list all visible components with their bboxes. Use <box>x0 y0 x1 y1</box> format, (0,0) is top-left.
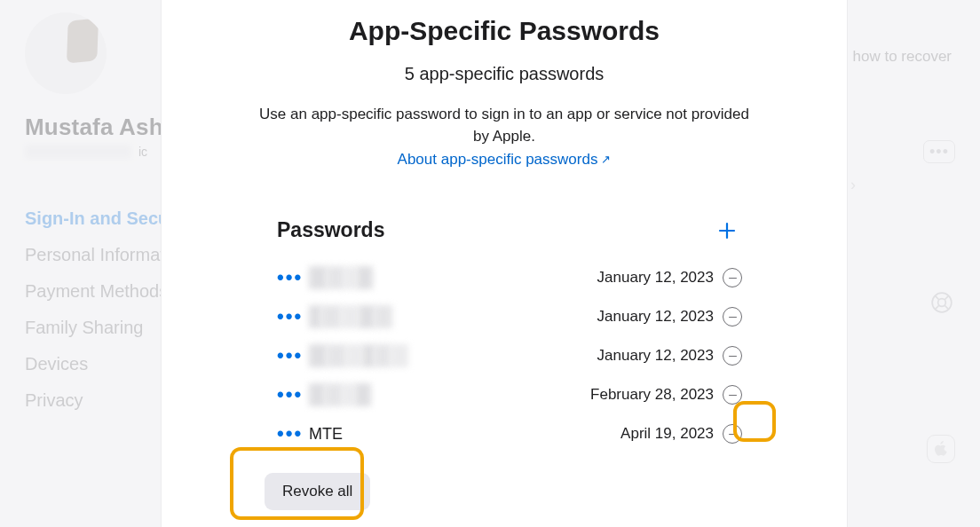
about-link-label: About app-specific passwords <box>398 151 598 168</box>
password-date: January 12, 2023 <box>597 269 714 287</box>
redacted-password-label <box>309 305 392 328</box>
redacted-password-label <box>309 383 371 406</box>
revoke-all-button[interactable]: Revoke all <box>265 473 370 510</box>
add-password-button[interactable] <box>717 221 737 240</box>
password-list: •••January 12, 2023•••January 12, 2023••… <box>195 258 813 453</box>
password-row: •••January 12, 2023 <box>277 297 742 336</box>
remove-password-button[interactable] <box>723 307 742 326</box>
modal-description: Use an app-specific password to sign in … <box>256 104 753 147</box>
redacted-password-label <box>309 344 408 367</box>
password-date: January 12, 2023 <box>597 347 714 365</box>
remove-password-button[interactable] <box>723 424 742 444</box>
about-link[interactable]: About app-specific passwords↗ <box>195 151 813 169</box>
app-specific-passwords-modal: App-Specific Passwords 5 app-specific pa… <box>161 0 848 527</box>
passwords-heading: Passwords <box>277 218 384 242</box>
modal-title: App-Specific Passwords <box>195 16 813 46</box>
password-date: April 19, 2023 <box>620 425 714 443</box>
redacted-password-label <box>309 266 373 289</box>
password-row: •••February 28, 2023 <box>277 375 742 414</box>
password-row: •••January 12, 2023 <box>277 258 742 297</box>
remove-password-button[interactable] <box>723 346 742 366</box>
password-row: •••MTEApril 19, 2023 <box>277 414 742 453</box>
remove-password-button[interactable] <box>723 385 742 405</box>
password-date: January 12, 2023 <box>597 308 714 326</box>
remove-password-button[interactable] <box>723 268 742 287</box>
password-label: MTE <box>309 425 343 444</box>
external-link-icon: ↗ <box>601 153 611 166</box>
password-row: •••January 12, 2023 <box>277 336 742 375</box>
modal-subtitle: 5 app-specific passwords <box>195 64 813 84</box>
password-date: February 28, 2023 <box>590 386 714 404</box>
